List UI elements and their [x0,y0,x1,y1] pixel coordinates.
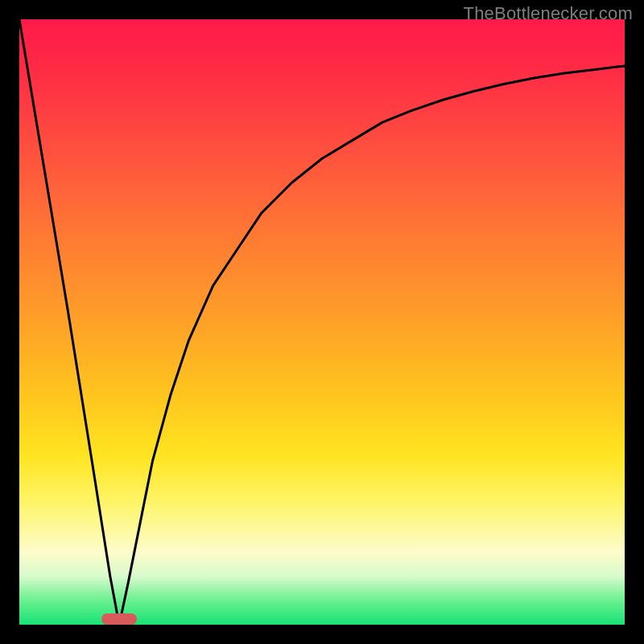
bottleneck-curve-path [19,19,625,625]
bottleneck-marker [101,613,137,625]
bottleneck-curve-svg [19,19,625,625]
chart-frame: TheBottlenecker.com [0,0,644,644]
plot-area [19,19,625,625]
watermark-text: TheBottlenecker.com [464,3,633,24]
